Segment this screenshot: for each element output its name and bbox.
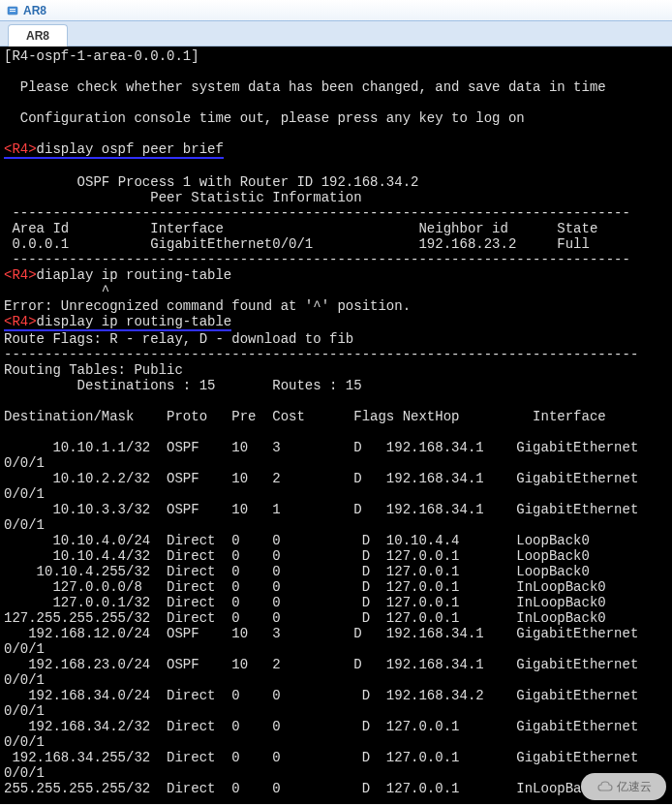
cloud-icon — [596, 780, 614, 793]
prompt-r4-1: <R4> — [4, 141, 37, 159]
cmd-display-ospf-peer: display ospf peer brief — [37, 141, 224, 159]
svg-rect-1 — [10, 9, 15, 10]
watermark-text: 亿速云 — [617, 779, 652, 795]
error-line: Error: Unrecognized command found at '^'… — [4, 298, 411, 314]
route-columns: Destination/Mask Proto Pre Cost Flags Ne… — [4, 409, 606, 424]
warn-timeout: Configuration console time out, please p… — [4, 110, 525, 126]
context-line: [R4-ospf-1-area-0.0.0.1] — [4, 48, 199, 64]
watermark-badge: 亿速云 — [581, 773, 666, 800]
peer-columns: Area Id Interface Neighbor id State — [4, 221, 597, 236]
window-title: AR8 — [23, 4, 46, 17]
prompt-r4-2: <R4> — [4, 267, 37, 283]
terminal[interactable]: [R4-ospf-1-area-0.0.0.1] Please check wh… — [0, 46, 672, 804]
dash-3: ----------------------------------------… — [4, 347, 638, 362]
dest-routes: Destinations : 15 Routes : 15 — [4, 378, 362, 393]
route-flags: Route Flags: R - relay, D - download to … — [4, 331, 353, 347]
cmd-bad: diaplay ip routing-table — [37, 267, 232, 283]
peer-stat-header: Peer Statistic Information — [4, 190, 362, 205]
title-bar[interactable]: AR8 — [0, 0, 672, 21]
tab-bar: AR8 — [0, 21, 672, 46]
ospf-process-line: OSPF Process 1 with Router ID 192.168.34… — [4, 174, 418, 190]
warn-save: Please check whether system data has bee… — [4, 79, 606, 95]
dash-1: ----------------------------------------… — [4, 205, 630, 221]
svg-rect-2 — [10, 11, 15, 12]
tab-ar8[interactable]: AR8 — [8, 24, 68, 46]
app-icon — [6, 4, 19, 17]
dash-2: ----------------------------------------… — [4, 252, 630, 267]
cmd-display-routing: display ip routing-table — [37, 314, 232, 331]
peer-row: 0.0.0.1 GigabitEthernet0/0/1 192.168.23.… — [4, 236, 590, 252]
caret-line: ^ — [4, 283, 109, 298]
routes-body: 10.10.1.1/32 OSPF 10 3 D 192.168.34.1 Gi… — [4, 440, 638, 796]
prompt-r4-3: <R4> — [4, 314, 37, 331]
tab-label: AR8 — [26, 29, 49, 43]
routing-public: Routing Tables: Public — [4, 362, 183, 378]
